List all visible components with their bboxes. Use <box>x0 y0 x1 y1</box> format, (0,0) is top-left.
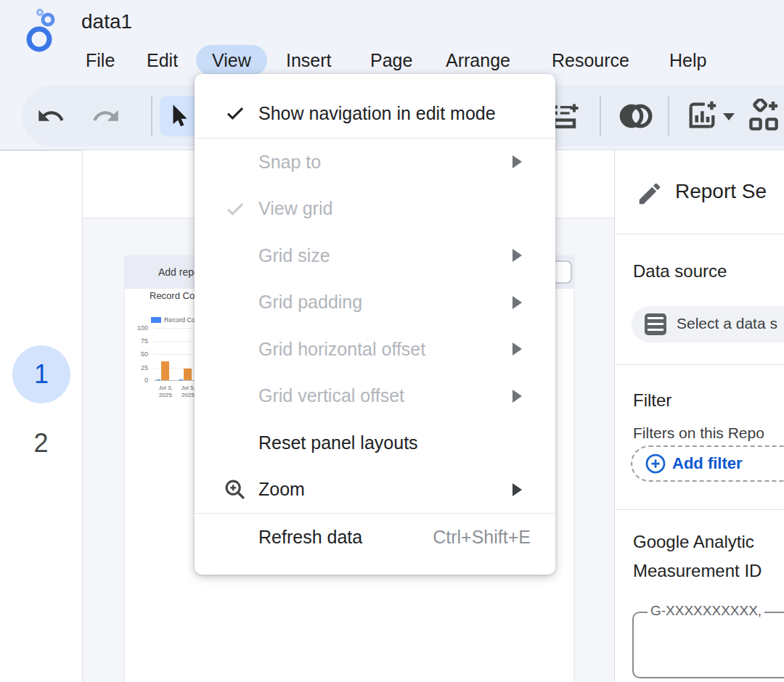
checkmark-icon <box>212 102 258 124</box>
menu-item-zoom[interactable]: Zoom <box>195 467 555 514</box>
menu-item-reset-panel-layouts[interactable]: Reset panel layouts <box>195 419 555 467</box>
ga-heading-line2: Measurement ID <box>633 561 761 581</box>
y-tick: 50 <box>126 350 148 358</box>
data-source-table-icon <box>645 313 666 335</box>
menu-resource[interactable]: Resource <box>549 45 632 75</box>
add-control-icon[interactable] <box>746 99 781 133</box>
document-title[interactable]: data1 <box>81 10 132 33</box>
bar-orange-1 <box>161 361 169 380</box>
ga-heading-line1: Google Analytic <box>633 532 754 552</box>
submenu-arrow-icon <box>513 342 522 356</box>
y-tick: 75 <box>126 337 148 345</box>
menu-item-refresh-data[interactable]: Refresh data Ctrl+Shift+E <box>195 514 555 561</box>
menu-view[interactable]: View <box>196 45 267 75</box>
page-1-button[interactable]: 1 <box>12 345 70 403</box>
add-chart-dropdown-caret[interactable] <box>723 113 735 120</box>
submenu-arrow-icon <box>513 390 522 403</box>
menu-item-grid-padding: Grid padding <box>195 279 555 326</box>
looker-studio-window: data1 File Edit View Insert Page Arrange… <box>0 0 784 682</box>
submenu-arrow-icon <box>513 155 522 168</box>
menu-file[interactable]: File <box>83 45 118 75</box>
menu-help[interactable]: Help <box>666 45 709 75</box>
page-2-button[interactable]: 2 <box>0 428 82 459</box>
blend-data-icon[interactable] <box>618 102 653 131</box>
menu-shortcut: Ctrl+Shift+E <box>433 527 531 548</box>
menu-insert[interactable]: Insert <box>283 45 335 75</box>
edit-pencil-icon <box>636 180 663 208</box>
add-filter-plus-icon <box>645 453 666 474</box>
toolbar-divider <box>668 96 669 136</box>
menubar: File Edit View Insert Page Arrange Resou… <box>0 45 784 75</box>
menu-page[interactable]: Page <box>367 45 415 75</box>
y-tick: 0 <box>126 377 148 384</box>
menu-item-show-navigation[interactable]: Show navigation in edit mode <box>195 89 555 138</box>
submenu-arrow-icon <box>513 249 522 262</box>
filter-subtitle: Filters on this Repo <box>633 424 764 442</box>
redo-icon[interactable] <box>91 102 121 131</box>
add-filter-label: Add filter <box>672 454 743 473</box>
select-data-source-label: Select a data s <box>677 315 777 332</box>
menu-item-grid-vertical-offset: Grid vertical offset <box>195 373 555 420</box>
ga-measurement-id-input[interactable] <box>632 612 784 678</box>
panel-divider <box>614 234 784 234</box>
bar-blue-2 <box>179 379 183 380</box>
menu-item-grid-size: Grid size <box>195 232 555 279</box>
bar-blue-1 <box>157 379 160 380</box>
y-tick: 25 <box>126 364 148 371</box>
toolbar-divider <box>600 96 601 136</box>
panel-divider <box>614 364 784 365</box>
y-tick: 100 <box>126 324 148 332</box>
zoom-in-icon <box>212 477 258 502</box>
menu-item-snap-to: Snap to <box>195 139 555 186</box>
toolbar-divider <box>151 96 152 136</box>
ga-measurement-id-floating-label: G-XXXXXXXXXX, <box>648 603 764 619</box>
legend-swatch-record-count <box>151 317 161 323</box>
menu-edit[interactable]: Edit <box>144 45 181 75</box>
undo-icon[interactable] <box>36 102 65 131</box>
checkmark-icon <box>212 198 258 220</box>
menu-arrange[interactable]: Arrange <box>443 45 513 75</box>
filter-heading: Filter <box>633 390 671 411</box>
bar-orange-2 <box>184 369 192 380</box>
panel-divider <box>614 509 784 510</box>
page-navigation: 1 2 <box>0 151 82 682</box>
menu-item-grid-horizontal-offset: Grid horizontal offset <box>195 326 555 373</box>
submenu-arrow-icon <box>513 483 522 496</box>
view-menu-dropdown: Show navigation in edit mode Snap to Vie… <box>195 74 555 575</box>
submenu-arrow-icon <box>513 296 522 309</box>
menu-item-view-grid: View grid <box>195 186 555 233</box>
add-chart-icon[interactable] <box>685 99 719 132</box>
panel-title: Report Se <box>675 180 767 203</box>
data-source-heading: Data source <box>633 261 727 282</box>
